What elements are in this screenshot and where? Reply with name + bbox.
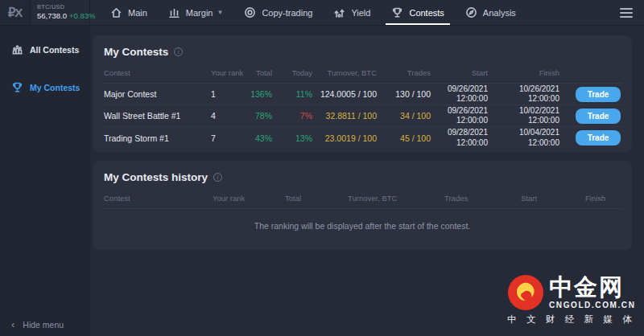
cngold-logo-icon: [507, 274, 544, 311]
contest-name: Wall Street Battle #1: [102, 111, 209, 121]
nav-label: Yield: [351, 8, 370, 18]
finish-datetime: 10/02/202112:00:00: [489, 106, 561, 126]
price-ticker[interactable]: BTC/USD 56,738.0+0.83%: [31, 0, 90, 25]
column-header: Contest: [102, 68, 209, 77]
your-rank: 4: [209, 111, 248, 121]
podium-icon: [11, 43, 23, 55]
cngold-name: 中金网: [549, 276, 638, 299]
ticker-pair: BTC/USD: [37, 3, 89, 10]
sidebar-item-my-contests[interactable]: My Contests: [0, 73, 90, 101]
start-datetime: 09/26/202112:00:00: [432, 84, 489, 104]
trophy-icon: [11, 81, 23, 93]
nav-item-yield[interactable]: Yield: [323, 0, 381, 25]
contests-table-body: Major Contest1136%11%124.0005 / 100130 /…: [102, 84, 622, 149]
column-header: Turnover, BTC: [346, 194, 443, 203]
contest-name: Trading Storm #1: [102, 133, 209, 143]
contests-table-header: ContestYour rankTotalTodayTurnover, BTCT…: [102, 63, 622, 84]
info-icon[interactable]: i: [213, 173, 222, 182]
sidebar-item-label: My Contests: [30, 83, 80, 92]
topbar: ₽X BTC/USD 56,738.0+0.83% MainMargin▼Cop…: [0, 0, 644, 26]
nav-label: Copy-trading: [262, 8, 312, 18]
trophy-icon: [391, 6, 403, 18]
nav-item-analysis[interactable]: Analysis: [455, 0, 526, 25]
sidebar-item-all-contests[interactable]: All Contests: [0, 35, 90, 64]
app-logo[interactable]: ₽X: [0, 0, 31, 25]
nav-label: Contests: [409, 8, 444, 18]
column-header: Total: [283, 194, 346, 203]
contest-name: Major Contest: [102, 89, 209, 99]
analysis-icon: [465, 6, 477, 18]
trades-count: 45 / 100: [378, 133, 432, 143]
info-icon[interactable]: i: [174, 47, 183, 56]
trade-button[interactable]: Trade: [576, 87, 621, 102]
column-header: Contest: [102, 194, 211, 203]
hide-menu-label: Hide menu: [23, 320, 64, 330]
chevron-left-icon: ‹: [11, 319, 14, 330]
column-header: Trades: [443, 194, 519, 203]
my-contests-panel: My Contests i ContestYour rankTotalToday…: [93, 35, 632, 152]
nav-item-main[interactable]: Main: [100, 0, 158, 25]
sidebar: All ContestsMy Contests ‹ Hide menu: [0, 26, 90, 336]
sidebar-item-label: All Contests: [30, 45, 79, 55]
home-icon: [110, 6, 122, 18]
contest-row: Major Contest1136%11%124.0005 / 100130 /…: [102, 84, 622, 105]
margin-chart-icon: [168, 6, 180, 18]
total-percent: 136%: [248, 89, 274, 99]
your-rank: 7: [209, 133, 248, 143]
column-header: Start: [519, 194, 584, 203]
top-navigation: MainMargin▼Copy-tradingYieldContestsAnal…: [100, 0, 526, 25]
yield-icon: [333, 6, 345, 18]
start-datetime: 09/26/202112:00:00: [432, 106, 489, 126]
total-percent: 78%: [248, 111, 274, 121]
copy-trading-icon: [244, 6, 256, 18]
contest-row: Wall Street Battle #1478%7%32.8811 / 100…: [102, 105, 622, 127]
today-percent: 7%: [274, 111, 314, 121]
column-header: Your rank: [209, 68, 248, 77]
my-contests-title: My Contests: [104, 46, 168, 58]
trade-button[interactable]: Trade: [576, 109, 621, 124]
start-datetime: 09/28/202112:00:00: [432, 128, 489, 148]
column-header: Your rank: [211, 194, 283, 203]
contests-history-panel: My Contests history i ContestYour rankTo…: [93, 161, 632, 250]
trade-button[interactable]: Trade: [576, 130, 621, 145]
cngold-tagline: 中 文 财 经 新 媒 体: [507, 313, 638, 326]
column-header: Trades: [378, 68, 432, 77]
nav-item-margin[interactable]: Margin▼: [158, 0, 234, 25]
trades-count: 130 / 100: [378, 89, 432, 99]
today-percent: 13%: [274, 133, 314, 143]
nav-label: Analysis: [483, 8, 516, 18]
column-header: Start: [432, 68, 489, 77]
turnover-btc: 23.0019 / 100: [314, 133, 378, 143]
contest-row: Trading Storm #1743%13%23.0019 / 10045 /…: [102, 127, 622, 149]
finish-datetime: 10/04/202112:00:00: [489, 128, 561, 148]
ticker-price: 56,738.0: [37, 11, 67, 20]
nav-label: Main: [128, 8, 147, 18]
history-empty-message: The ranking will be displayed after the …: [102, 209, 622, 247]
ticker-change: +0.83%: [69, 11, 96, 20]
finish-datetime: 10/26/202112:00:00: [489, 84, 561, 104]
your-rank: 1: [209, 89, 248, 99]
column-header: Today: [274, 68, 314, 77]
cngold-domain: CNGOLD.COM.CN: [549, 301, 638, 309]
column-header: Finish: [489, 68, 561, 77]
column-header: Finish: [584, 194, 622, 203]
nav-item-copy-trading[interactable]: Copy-trading: [233, 0, 323, 25]
chevron-down-icon: ▼: [217, 9, 223, 16]
trades-count: 34 / 100: [378, 111, 432, 121]
nav-item-contests[interactable]: Contests: [381, 0, 454, 25]
history-table-header: ContestYour rankTotalTurnover, BTCTrades…: [102, 188, 622, 209]
turnover-btc: 124.0005 / 100: [314, 89, 378, 99]
hamburger-menu-icon[interactable]: [609, 0, 644, 25]
column-header: Total: [248, 68, 274, 77]
total-percent: 43%: [248, 133, 274, 143]
logo-text: ₽X: [8, 6, 23, 20]
column-header: Turnover, BTC: [314, 68, 378, 77]
nav-label: Margin: [186, 8, 213, 18]
hide-menu-button[interactable]: ‹ Hide menu: [11, 319, 64, 330]
cngold-watermark: 中金网 CNGOLD.COM.CN 中 文 财 经 新 媒 体: [507, 274, 638, 326]
history-title: My Contests history: [104, 171, 208, 183]
turnover-btc: 32.8811 / 100: [314, 111, 378, 121]
today-percent: 11%: [274, 89, 314, 99]
